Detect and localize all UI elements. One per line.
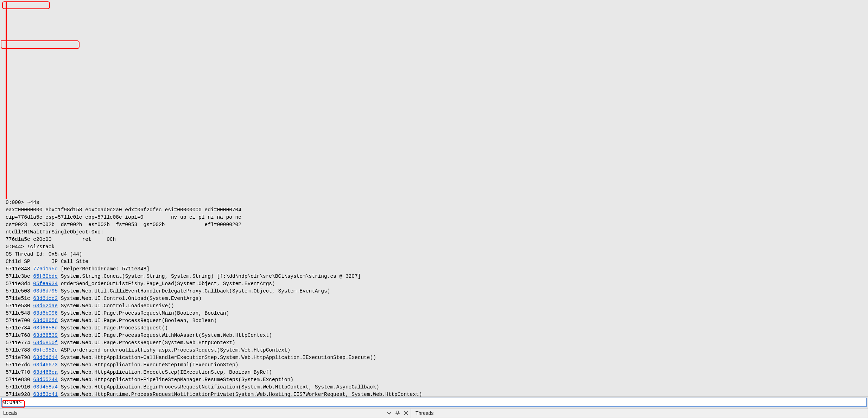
frame-ip-link[interactable]: 63d68656 — [33, 318, 58, 323]
stack-frame: 5711e788 05fe952e ASP.ordersend_orderout… — [6, 347, 862, 354]
frame-childsp: 5711e7dc — [6, 362, 33, 368]
frame-childsp: 5711e348 — [6, 266, 33, 272]
frame-childsp: 5711e530 — [6, 303, 33, 309]
frame-callsite: ASP.ordersend_orderoutlistfishy_aspx.Pro… — [58, 347, 290, 353]
stack-frame: 5711e3bc 65f60bdc System.String.Concat(S… — [6, 273, 862, 280]
frame-ip-link[interactable]: 63d458a4 — [33, 384, 58, 390]
dropdown-icon[interactable] — [387, 411, 392, 416]
command-prompt: 0:044> — [3, 399, 21, 405]
frame-callsite: System.Web.UI.Page.ProcessRequestWithNoA… — [58, 333, 272, 338]
thread-id-line: OS Thread Id: 0x5fd4 (44) — [6, 251, 862, 258]
frame-callsite: System.Web.UI.Page.ProcessRequest(System… — [58, 340, 235, 346]
pin-icon[interactable] — [395, 411, 400, 416]
threads-panel-title: Threads — [416, 410, 433, 416]
frame-callsite: System.Web.HttpApplication+CallHandlerEx… — [58, 355, 376, 360]
frame-callsite: System.String.Concat(System.String, Syst… — [58, 274, 361, 279]
stack-frame: 5711e7f0 63d466ca System.Web.HttpApplica… — [6, 369, 862, 376]
stack-frame: 5711e51c 63d61cc2 System.Web.UI.Control.… — [6, 295, 862, 302]
frame-ip-link[interactable]: 63d6858d — [33, 325, 58, 331]
locals-panel-header[interactable]: Locals — [0, 408, 411, 418]
frame-callsite: System.Web.UI.Control.OnLoad(System.Even… — [58, 296, 202, 301]
bottom-panel-row: Locals Threads — [0, 408, 868, 418]
frame-ip-link[interactable]: 05fea934 — [33, 281, 58, 287]
frame-childsp: 5711e830 — [6, 377, 33, 382]
register-line: eax=00000000 ebx=1f98d158 ecx=0ad0c2a0 e… — [6, 206, 862, 214]
frame-childsp: 5711e548 — [6, 310, 33, 316]
frame-ip-link[interactable]: 63d53c41 — [33, 392, 58, 397]
stack-frame: 5711e348 776d1a5c [HelperMethodFrame: 57… — [6, 265, 862, 273]
frame-callsite: System.Web.Util.CalliEventHandlerDelegat… — [58, 288, 330, 294]
frame-childsp: 5711e910 — [6, 384, 33, 390]
disasm-line: 776d1a5c c20c00 ret 0Ch — [6, 236, 862, 243]
stack-frame: 5711e798 63d6d614 System.Web.HttpApplica… — [6, 354, 862, 361]
frame-childsp: 5711e734 — [6, 325, 33, 331]
frame-childsp: 5711e788 — [6, 347, 33, 353]
stack-frame: 5711e7dc 63d46673 System.Web.HttpApplica… — [6, 361, 862, 369]
frame-callsite: System.Web.HttpApplication.ExecuteStep(I… — [58, 369, 272, 375]
prompt-line-1: 0:000> ~44s — [6, 199, 862, 206]
frame-ip-link[interactable]: 63d68539 — [33, 333, 58, 338]
frame-ip-link[interactable]: 05fe952e — [33, 347, 58, 353]
frame-childsp: 5711e3d4 — [6, 281, 33, 287]
stack-frame: 5711e774 63d6850f System.Web.UI.Page.Pro… — [6, 339, 862, 347]
frame-ip-link[interactable]: 63d46673 — [33, 362, 58, 368]
debugger-output-pane[interactable]: 0:000> ~44s eax=00000000 ebx=1f98d158 ec… — [0, 0, 868, 397]
frame-callsite: System.Web.HttpApplication.ExecuteStepIm… — [58, 362, 238, 368]
stack-frame: 5711e910 63d458a4 System.Web.HttpApplica… — [6, 384, 862, 391]
frame-ip-link[interactable]: 63d6d614 — [33, 355, 58, 360]
frame-childsp: 5711e774 — [6, 340, 33, 346]
highlight-vert-line — [6, 1, 7, 199]
frame-ip-link[interactable]: 63d6b096 — [33, 310, 58, 316]
frame-childsp: 5711e798 — [6, 355, 33, 360]
frame-childsp: 5711e508 — [6, 288, 33, 294]
stack-frame: 5711e530 63d62dae System.Web.UI.Control.… — [6, 302, 862, 310]
frame-callsite: System.Web.UI.Control.LoadRecursive() — [58, 303, 174, 309]
frame-ip-link[interactable]: 63d466ca — [33, 369, 58, 375]
symbol-line: ntdll!NtWaitForSingleObject+0xc: — [6, 229, 862, 236]
frame-callsite: System.Web.UI.Page.ProcessRequestMain(Bo… — [58, 310, 229, 316]
threads-panel-header[interactable]: Threads — [411, 408, 868, 418]
close-icon[interactable] — [404, 411, 408, 416]
prompt-line-2: 0:044> !clrstack — [6, 243, 862, 251]
stack-frame: 5711e928 63d53c41 System.Web.HttpRuntime… — [6, 391, 862, 397]
command-input[interactable] — [21, 398, 866, 406]
stack-frame: 5711e734 63d6858d System.Web.UI.Page.Pro… — [6, 324, 862, 332]
frame-childsp: 5711e7f0 — [6, 369, 33, 375]
frame-ip-link[interactable]: 63d6850f — [33, 340, 58, 346]
locals-panel-title: Locals — [3, 410, 17, 416]
frame-ip-link[interactable]: 776d1a5c — [33, 266, 58, 272]
frame-childsp: 5711e768 — [6, 333, 33, 338]
frame-ip-link[interactable]: 65f60bdc — [33, 274, 58, 279]
stack-frame: 5711e508 63d6d795 System.Web.Util.CalliE… — [6, 288, 862, 295]
frame-callsite: System.Web.HttpRuntime.ProcessRequestNot… — [58, 392, 422, 397]
stack-frame: 5711e768 63d68539 System.Web.UI.Page.Pro… — [6, 332, 862, 339]
frame-callsite: [HelperMethodFrame: 5711e348] — [58, 266, 150, 272]
frame-callsite: System.Web.UI.Page.ProcessRequest(Boolea… — [58, 318, 217, 323]
frame-ip-link[interactable]: 63d62dae — [33, 303, 58, 309]
stack-frame: 5711e700 63d68656 System.Web.UI.Page.Pro… — [6, 317, 862, 324]
stack-frame: 5711e548 63d6b096 System.Web.UI.Page.Pro… — [6, 310, 862, 317]
stack-frame: 5711e830 63d55244 System.Web.HttpApplica… — [6, 376, 862, 384]
frame-childsp: 5711e928 — [6, 392, 33, 397]
frame-callsite: System.Web.HttpApplication.BeginProcessR… — [58, 384, 379, 390]
frame-ip-link[interactable]: 63d6d795 — [33, 288, 58, 294]
command-input-row[interactable]: 0:044> — [1, 398, 867, 407]
frame-childsp: 5711e3bc — [6, 274, 33, 279]
frame-callsite: orderSend_orderOutListFishy.Page_Load(Sy… — [58, 281, 275, 287]
stack-header: Child SP IP Call Site — [6, 258, 862, 265]
highlight-box-1 — [2, 1, 50, 9]
frame-callsite: System.Web.HttpApplication+PipelineStepM… — [58, 377, 293, 382]
frame-childsp: 5711e51c — [6, 296, 33, 301]
frame-ip-link[interactable]: 63d61cc2 — [33, 296, 58, 301]
stack-frame: 5711e3d4 05fea934 orderSend_orderOutList… — [6, 280, 862, 288]
frame-childsp: 5711e700 — [6, 318, 33, 323]
register-line: cs=0023 ss=002b ds=002b es=002b fs=0053 … — [6, 221, 862, 229]
frame-ip-link[interactable]: 63d55244 — [33, 377, 58, 382]
highlight-box-2 — [1, 40, 80, 49]
frame-callsite: System.Web.UI.Page.ProcessRequest() — [58, 325, 168, 331]
register-line: eip=776d1a5c esp=5711e01c ebp=5711e08c i… — [6, 214, 862, 221]
